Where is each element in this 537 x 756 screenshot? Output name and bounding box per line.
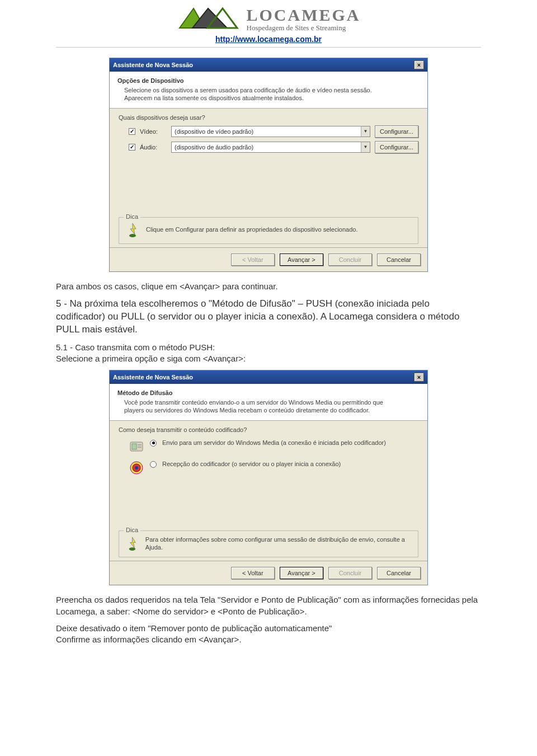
instruction-text: Selecione a primeira opção e siga com <A… — [56, 353, 481, 364]
instruction-text: Confirme as informações clicando em <Ava… — [56, 634, 481, 645]
back-button[interactable]: < Voltar — [231, 567, 275, 579]
svg-rect-6 — [138, 444, 142, 445]
configure-audio-button[interactable]: Configurar... — [375, 141, 418, 153]
question-label: Como deseja transmitir o conteúdo codifi… — [119, 426, 418, 433]
wizard-window-broadcast-method: Assistente de Nova Sessão × Método de Di… — [109, 370, 428, 585]
lightbulb-icon — [125, 222, 140, 238]
svg-rect-5 — [132, 444, 136, 449]
section-description: Você pode transmitir conteúdo enviando-o… — [124, 398, 398, 415]
svg-point-11 — [129, 547, 136, 551]
audio-checkbox[interactable]: ✓ — [129, 144, 135, 151]
push-radio[interactable] — [150, 440, 157, 447]
titlebar: Assistente de Nova Sessão × — [110, 58, 427, 72]
pull-radio[interactable] — [150, 461, 157, 468]
encoder-icon — [129, 460, 144, 476]
back-button[interactable]: < Voltar — [231, 253, 275, 266]
audio-label: Áudio: — [140, 144, 167, 151]
chevron-down-icon: ▼ — [361, 142, 370, 152]
wizard-footer: < Voltar Avançar > Concluir Cancelar — [110, 561, 427, 585]
chevron-down-icon: ▼ — [361, 126, 370, 137]
video-device-row: ✓ Vídeo: (dispositivo de vídeo padrão) ▼… — [129, 125, 418, 138]
close-icon[interactable]: × — [414, 60, 424, 69]
logo-title: LOCAMEGA — [247, 6, 361, 25]
wizard-window-devices: Assistente de Nova Sessão × Opções de Di… — [109, 58, 428, 272]
tip-fieldset: Dica Para obter informações sobre como c… — [119, 530, 418, 558]
document-header: LOCAMEGA Hospedagem de Sites e Streaming… — [56, 6, 481, 44]
section-title: Método de Difusão — [117, 389, 420, 396]
section-title: Opções de Dispositivo — [117, 77, 420, 84]
server-icon — [129, 439, 144, 454]
wizard-footer: < Voltar Avançar > Concluir Cancelar — [110, 247, 427, 271]
tip-legend: Dica — [124, 213, 140, 220]
question-label: Quais dispositivos deseja usar? — [119, 114, 418, 121]
finish-button[interactable]: Concluir — [328, 253, 372, 266]
audio-device-value: (dispositivo de áudio padrão) — [175, 144, 253, 151]
configure-video-button[interactable]: Configurar... — [375, 125, 418, 138]
instruction-text: 5.1 - Caso transmita com o método PUSH: — [56, 342, 481, 353]
close-icon[interactable]: × — [414, 373, 424, 382]
window-title: Assistente de Nova Sessão — [113, 374, 193, 381]
tip-text: Para obter informações sobre como config… — [145, 536, 412, 552]
tip-legend: Dica — [124, 527, 140, 533]
finish-button[interactable]: Concluir — [328, 567, 372, 579]
next-button[interactable]: Avançar > — [280, 567, 323, 579]
push-option-row[interactable]: Envio para um servidor do Windows Media … — [129, 439, 418, 454]
instruction-text: Preencha os dados requeridos na tela Tel… — [56, 594, 481, 617]
video-device-value: (dispositivo de vídeo padrão) — [175, 128, 253, 135]
tip-fieldset: Dica Clique em Configurar para definir a… — [119, 217, 418, 244]
instruction-text: Deixe desativado o item "Remover ponto d… — [56, 623, 481, 634]
cancel-button[interactable]: Cancelar — [377, 567, 421, 579]
audio-device-dropdown[interactable]: (dispositivo de áudio padrão) ▼ — [171, 142, 370, 153]
video-label: Vídeo: — [140, 128, 167, 135]
lightbulb-icon — [125, 536, 140, 551]
svg-rect-7 — [138, 447, 142, 448]
svg-point-10 — [135, 466, 138, 469]
logo: LOCAMEGA Hospedagem de Sites e Streaming — [177, 6, 361, 32]
next-button[interactable]: Avançar > — [280, 253, 323, 266]
instruction-text: Para ambos os casos, clique em <Avançar>… — [56, 281, 481, 292]
titlebar: Assistente de Nova Sessão × — [110, 370, 427, 384]
section-description: Selecione os dispositivos a serem usados… — [124, 86, 398, 102]
pull-option-row[interactable]: Recepção do codificador (o servidor ou o… — [129, 460, 418, 476]
audio-device-row: ✓ Áudio: (dispositivo de áudio padrão) ▼… — [129, 141, 418, 153]
push-option-label: Envio para um servidor do Windows Media … — [162, 439, 386, 447]
instruction-text: 5 - Na próxima tela escolheremos o "Méto… — [56, 298, 481, 336]
logo-subtitle: Hospedagem de Sites e Streaming — [247, 24, 361, 32]
svg-point-3 — [129, 234, 136, 237]
video-checkbox[interactable]: ✓ — [129, 128, 135, 135]
tip-text: Clique em Configurar para definir as pro… — [146, 226, 358, 233]
cancel-button[interactable]: Cancelar — [377, 253, 421, 266]
header-divider — [56, 47, 481, 48]
video-device-dropdown[interactable]: (dispositivo de vídeo padrão) ▼ — [171, 126, 370, 137]
logo-mark-icon — [177, 6, 241, 32]
window-title: Assistente de Nova Sessão — [113, 62, 193, 68]
pull-option-label: Recepção do codificador (o servidor ou o… — [162, 460, 341, 468]
site-url-link[interactable]: http://www.locamega.com.br — [56, 35, 481, 44]
